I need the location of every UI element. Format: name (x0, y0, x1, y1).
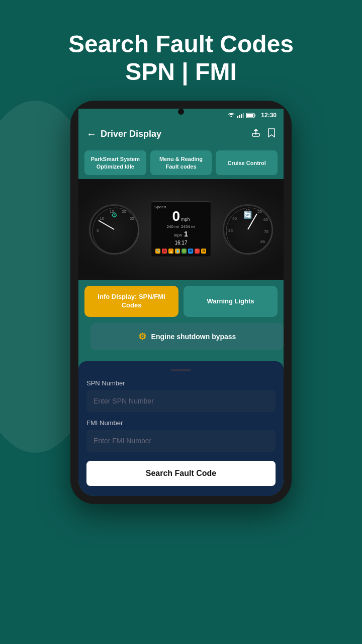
speed-value: 0 (172, 209, 180, 223)
distance-display: 240 mi 2454 mi (154, 224, 208, 229)
feature-btn-cruise[interactable]: Cruise Control (216, 150, 278, 175)
svg-rect-6 (246, 114, 253, 117)
status-time: 12:30 (261, 112, 277, 119)
dash-icon-1: 🔧 (155, 249, 160, 254)
engine-icon: ⚙ (138, 331, 146, 342)
status-icons (228, 113, 256, 118)
dash-icon-5: 🟢 (182, 249, 187, 254)
dash-icon-4: 💧 (175, 249, 180, 254)
svg-text:65: 65 (263, 217, 268, 222)
app-title: Search Fault Codes SPN | FMI (68, 30, 294, 86)
action-buttons-row: Info Display: SPN/FMI Codes Warning Ligh… (78, 280, 284, 323)
svg-point-8 (93, 208, 139, 254)
svg-rect-2 (239, 115, 240, 118)
header-section: Search Fault Codes SPN | FMI (48, 30, 314, 86)
center-display: Speed 0 mph 240 mi 2454 mi mph 1 16:17 (151, 201, 211, 257)
speed-label: Speed (154, 205, 208, 209)
spn-input[interactable] (86, 390, 276, 412)
svg-text:25: 25 (130, 216, 134, 221)
svg-text:20: 20 (122, 209, 126, 214)
engine-shutdown-label: Engine shutdown bypass (151, 333, 236, 341)
dashboard-area: ⚙ 5 10 15 20 25 S (78, 179, 284, 280)
screen-title: Driver Display (101, 129, 161, 139)
svg-text:45: 45 (245, 208, 250, 213)
dashboard-bg: ⚙ 5 10 15 20 25 S (78, 179, 284, 280)
info-display-button[interactable]: Info Display: SPN/FMI Codes (84, 286, 178, 317)
battery-icon (246, 113, 256, 118)
phone-screen: 12:30 ← Driver Display (78, 109, 284, 496)
warning-icons-row: 🔧 ⚠ 🔥 💧 🟢 ❄ 🔴 ⚙ (154, 249, 208, 254)
search-fault-code-button[interactable]: Search Fault Code (86, 461, 276, 486)
mph-display: mph 1 (154, 230, 208, 238)
left-gauge: ⚙ 5 10 15 20 25 (89, 204, 139, 255)
engine-shutdown-button[interactable]: ⚙ Engine shutdown bypass (90, 323, 284, 350)
gear-display: 1 (184, 230, 188, 238)
svg-text:55: 55 (257, 209, 262, 214)
dash-icon-2: ⚠ (162, 249, 167, 254)
app-bar-left: ← Driver Display (86, 128, 161, 140)
share-button[interactable] (251, 128, 260, 140)
spn-label: SPN Number (86, 379, 276, 387)
svg-text:35: 35 (228, 228, 233, 233)
signal-icon (237, 113, 244, 118)
wifi-icon (228, 113, 235, 118)
right-gauge: 🔄 35 40 45 55 65 75 85 (223, 204, 273, 255)
bookmark-button[interactable] (267, 128, 276, 140)
fmi-input[interactable] (86, 430, 276, 452)
svg-text:40: 40 (232, 216, 237, 221)
svg-marker-0 (230, 116, 232, 117)
dash-icon-3: 🔥 (168, 249, 173, 254)
svg-rect-3 (241, 114, 242, 118)
svg-text:85: 85 (260, 239, 265, 244)
svg-text:75: 75 (264, 229, 268, 234)
sheet-handle (171, 369, 191, 371)
back-button[interactable]: ← (86, 128, 97, 140)
svg-text:10: 10 (100, 216, 104, 221)
warning-lights-button[interactable]: Warning Lights (184, 286, 278, 317)
svg-text:5: 5 (97, 228, 99, 233)
app-bar: ← Driver Display (78, 122, 284, 146)
phone-shell: 12:30 ← Driver Display (70, 101, 292, 504)
dash-icon-8: ⚙ (201, 249, 206, 254)
app-bar-actions (251, 128, 276, 140)
feature-btn-parksmart[interactable]: ParkSmart System Optimized Idle (84, 150, 146, 175)
feature-btn-menu[interactable]: Menu & Reading Fault codes (150, 150, 212, 175)
phone-notch (178, 109, 184, 115)
feature-buttons-row: ParkSmart System Optimized Idle Menu & R… (78, 146, 284, 179)
fmi-label: FMI Number (86, 419, 276, 427)
phone-mockup: 12:30 ← Driver Display (70, 101, 292, 504)
svg-text:15: 15 (110, 209, 114, 214)
time-display: 16:17 (154, 240, 208, 246)
svg-rect-4 (243, 113, 244, 118)
svg-rect-1 (237, 116, 238, 118)
speed-unit: mph (181, 217, 190, 222)
dash-icon-7: 🔴 (195, 249, 200, 254)
dash-icon-6: ❄ (188, 249, 193, 254)
bottom-sheet: SPN Number FMI Number Search Fault Code (78, 361, 284, 496)
